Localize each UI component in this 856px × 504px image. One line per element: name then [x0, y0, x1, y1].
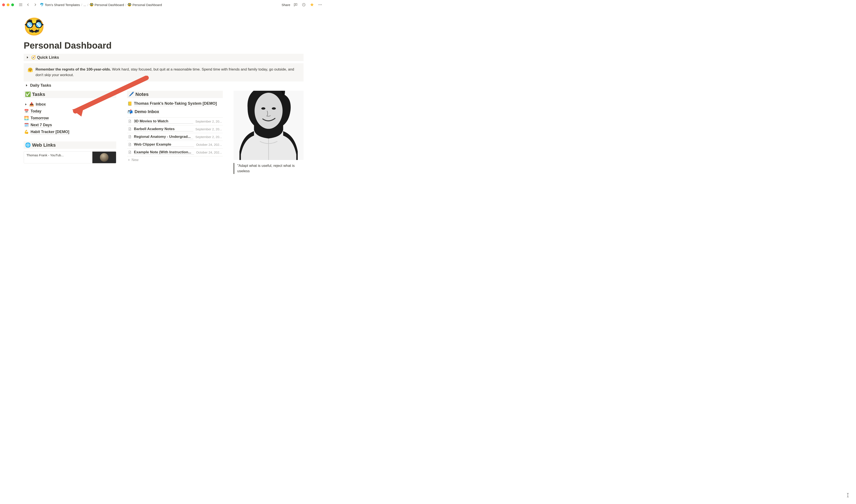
task-link-tomorrow[interactable]: 🌅 Tomorrow: [24, 115, 116, 122]
sidebar-toggle-button[interactable]: [18, 2, 23, 7]
topbar-actions: Share: [281, 2, 323, 7]
document-icon: [128, 135, 132, 139]
web-bookmark-title: Thomas Frank - YouTub...: [27, 153, 90, 157]
breadcrumb-separator: /: [87, 3, 88, 7]
task-link-habit-tracker[interactable]: 💪 Habit Tracker [DEMO]: [24, 129, 116, 136]
note-row[interactable]: Web Clipper Example October 24, 202...: [127, 141, 223, 148]
breadcrumb-label: Personal Dashboard: [95, 3, 124, 7]
svg-point-8: [321, 4, 322, 5]
task-link-label: Tomorrow: [31, 116, 49, 121]
demo-inbox-label: Demo Inbox: [135, 109, 159, 114]
inspiration-image[interactable]: [234, 91, 304, 160]
updates-button[interactable]: [301, 2, 307, 7]
note-title: Example Note (With Instruction...: [134, 150, 194, 155]
notebook-icon: 📒: [127, 101, 132, 106]
breadcrumb-item[interactable]: ...: [84, 3, 86, 7]
nav-back-button[interactable]: [25, 2, 31, 7]
notes-table: 3D Movies to Watch September 2, 20... Ba…: [127, 118, 223, 164]
breadcrumb-label: Personal Dashboard: [132, 3, 162, 7]
window-minimize-button[interactable]: [7, 3, 10, 6]
tasks-header[interactable]: ✅ Tasks: [24, 91, 116, 98]
breadcrumb-item[interactable]: 🥸 Personal Dashboard: [127, 3, 162, 7]
task-link-label: Inbox: [36, 102, 46, 107]
breadcrumb-icon: 🥸: [127, 3, 132, 7]
svg-point-22: [261, 107, 266, 110]
pen-icon: 🖊️: [128, 92, 134, 97]
svg-point-23: [272, 107, 276, 110]
spiral-calendar-icon: 🗓️: [24, 123, 29, 127]
callout-bold: Remember the regrets of the 100-year-old…: [35, 67, 111, 71]
page-icon[interactable]: 🥸: [24, 18, 304, 35]
triangle-right-icon: [25, 55, 30, 59]
note-date: September 2, 20...: [195, 127, 222, 131]
weblinks-header[interactable]: 🌐 Web Links: [24, 142, 116, 149]
quick-links-toggle[interactable]: 🧭 Quick Links: [24, 54, 304, 61]
breadcrumb-label: ...: [84, 3, 86, 7]
breadcrumb-icon: 🥸: [89, 3, 93, 7]
hugging-face-icon: 🤗: [28, 67, 33, 78]
window-close-button[interactable]: [2, 3, 5, 6]
note-row[interactable]: Barbell Academy Notes September 2, 20...: [127, 125, 223, 133]
notes-header[interactable]: 🖊️ Notes: [127, 91, 223, 98]
note-title: Web Clipper Example: [134, 142, 194, 147]
new-note-button[interactable]: + New: [127, 156, 223, 164]
comments-button[interactable]: [293, 2, 298, 7]
note-row[interactable]: 3D Movies to Watch September 2, 20...: [127, 118, 223, 125]
daily-tasks-label: Daily Tasks: [30, 83, 51, 88]
notes-column: 🖊️ Notes 📒 Thomas Frank's Note-Taking Sy…: [127, 91, 223, 174]
tasks-header-label: Tasks: [32, 92, 45, 97]
task-link-today[interactable]: 📅 Today: [24, 108, 116, 115]
web-bookmark-thumbnail: [92, 151, 116, 163]
breadcrumb-separator: /: [81, 3, 82, 7]
new-note-label: New: [132, 158, 138, 162]
note-date: October 24, 202...: [196, 143, 222, 146]
tasks-column: ✅ Tasks 📥 Inbox 📅 Today 🌅 Tomorrow: [24, 91, 116, 174]
quote-text: "Adapt what is useful, reject what is us…: [237, 164, 295, 173]
note-date: October 24, 202...: [196, 150, 222, 154]
quote-block[interactable]: "Adapt what is useful, reject what is us…: [234, 163, 304, 174]
compass-icon: 🧭: [31, 55, 36, 60]
breadcrumb-icon: 🐬: [40, 3, 44, 7]
quote-column: "Adapt what is useful, reject what is us…: [234, 91, 304, 174]
note-title: Barbell Academy Notes: [134, 127, 193, 131]
window-zoom-button[interactable]: [11, 3, 14, 6]
quick-links-label: Quick Links: [37, 55, 59, 60]
note-title: Regional Anatomy - Undergrad...: [134, 134, 193, 139]
nav-forward-button[interactable]: [33, 2, 38, 7]
mailbox-icon: 📬: [127, 109, 133, 114]
globe-icon: 🌐: [25, 142, 31, 148]
callout-block[interactable]: 🤗 Remember the regrets of the 100-year-o…: [24, 63, 304, 82]
breadcrumb-item[interactable]: 🥸 Personal Dashboard: [89, 3, 124, 7]
note-date: September 2, 20...: [195, 135, 222, 139]
document-icon: [128, 127, 132, 131]
callout-text: Remember the regrets of the 100-year-old…: [35, 67, 300, 78]
svg-point-7: [320, 4, 320, 5]
task-link-label: Habit Tracker [DEMO]: [31, 130, 69, 134]
notes-header-label: Notes: [135, 92, 149, 97]
note-date: September 2, 20...: [195, 120, 222, 123]
daily-tasks-toggle[interactable]: Daily Tasks: [24, 82, 304, 89]
favorite-button[interactable]: [309, 2, 315, 7]
demo-inbox-header[interactable]: 📬 Demo Inbox: [127, 108, 223, 115]
task-link-next-7-days[interactable]: 🗓️ Next 7 Days: [24, 122, 116, 129]
plus-icon: +: [128, 158, 130, 162]
document-icon: [128, 119, 132, 123]
web-bookmark-card[interactable]: Thomas Frank - YouTub...: [24, 151, 116, 163]
notes-system-link[interactable]: 📒 Thomas Frank's Note-Taking System [DEM…: [127, 100, 223, 107]
page-title[interactable]: Personal Dashboard: [24, 40, 304, 51]
breadcrumb-separator: /: [125, 3, 126, 7]
note-row[interactable]: Regional Anatomy - Undergrad... Septembe…: [127, 133, 223, 141]
more-menu-button[interactable]: [317, 2, 323, 7]
note-row[interactable]: Example Note (With Instruction... Octobe…: [127, 148, 223, 156]
note-title: 3D Movies to Watch: [134, 119, 193, 124]
triangle-right-icon: [24, 83, 29, 88]
check-mark-icon: ✅: [25, 92, 31, 97]
flex-arm-icon: 💪: [24, 130, 29, 134]
sunrise-icon: 🌅: [24, 116, 29, 121]
inbox-icon: 📥: [29, 102, 34, 107]
document-icon: [128, 143, 132, 146]
task-link-inbox[interactable]: 📥 Inbox: [24, 101, 116, 108]
calendar-icon: 📅: [24, 109, 29, 113]
breadcrumb-item[interactable]: 🐬 Tom's Shared Templates: [40, 3, 80, 7]
share-button[interactable]: Share: [281, 3, 290, 7]
